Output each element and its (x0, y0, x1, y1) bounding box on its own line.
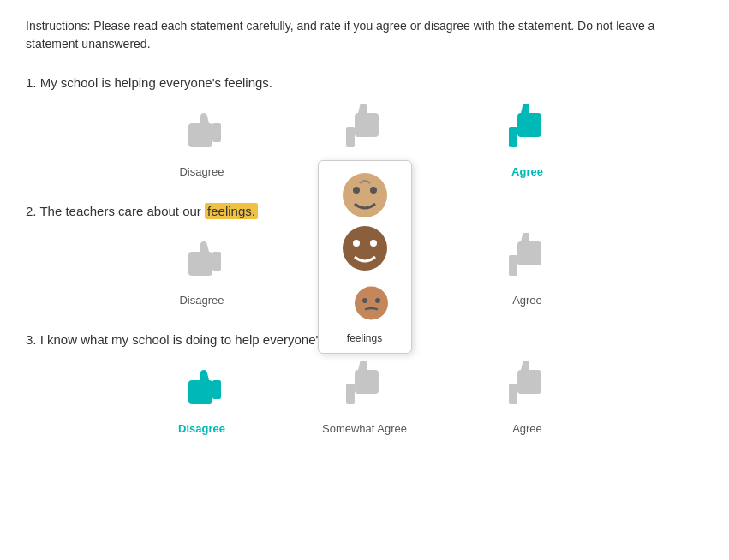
thumbs-up-outline-icon (339, 104, 391, 156)
q2-disagree-icon (172, 229, 232, 289)
svg-point-7 (343, 226, 387, 271)
feelings-tooltip: feelings (318, 160, 412, 354)
q2-somewhat-agree-option[interactable]: feelings Somewhat Agree (318, 229, 412, 307)
q1-disagree-option[interactable]: Disagree (155, 100, 249, 178)
svg-point-4 (343, 173, 387, 217)
q2-disagree-option[interactable]: Disagree (155, 229, 249, 307)
thumbs-down-teal-icon (176, 361, 228, 413)
question-3-options: Disagree Somewhat Agree Agree (26, 357, 703, 435)
svg-rect-2 (509, 127, 517, 147)
question-1-text: 1. My school is helping everyone's feeli… (26, 74, 703, 92)
svg-rect-17 (509, 384, 517, 404)
q2-agree-icon (498, 229, 558, 289)
instructions-text: Instructions: Please read each statement… (26, 17, 703, 53)
q3-agree-label: Agree (512, 422, 542, 435)
svg-rect-14 (509, 255, 517, 276)
q3-disagree-option[interactable]: Disagree (155, 357, 249, 435)
tooltip-faces (339, 170, 391, 329)
thumbs-up-gray2-icon (339, 361, 391, 413)
face-1-icon (339, 170, 391, 221)
svg-rect-3 (212, 252, 221, 271)
q1-agree-label: Agree (511, 165, 543, 178)
thumbs-down-gray-icon (176, 233, 228, 284)
svg-point-10 (355, 287, 388, 320)
svg-rect-16 (346, 384, 355, 404)
q3-disagree-label: Disagree (178, 422, 225, 435)
face-3-icon (352, 277, 391, 329)
svg-point-11 (362, 298, 367, 303)
q2-agree-label: Agree (512, 294, 542, 307)
q1-disagree-icon (172, 100, 232, 160)
q1-disagree-label: Disagree (179, 165, 224, 178)
question-2-options: Disagree (26, 229, 703, 307)
svg-point-8 (353, 240, 360, 247)
svg-rect-0 (212, 123, 221, 142)
tooltip-label-text: feelings (347, 332, 382, 344)
q3-agree-gray-icon (498, 357, 558, 417)
thumbs-up-gray3-icon (502, 361, 553, 413)
q1-agree-icon (498, 100, 558, 160)
q1-somewhat-agree-icon (335, 100, 395, 160)
highlighted-word: feelings. (205, 203, 258, 219)
q3-disagree-icon (172, 357, 232, 417)
svg-point-9 (370, 240, 377, 247)
thumbs-up-gray-icon (502, 233, 553, 284)
q2-disagree-label: Disagree (179, 294, 224, 307)
svg-rect-15 (212, 380, 221, 399)
thumbs-down-icon (176, 104, 228, 156)
q1-agree-option[interactable]: Agree (481, 100, 575, 178)
thumbs-up-filled-icon (502, 104, 553, 156)
q2-agree-option[interactable]: Agree (481, 229, 575, 307)
q3-somewhat-agree-label: Somewhat Agree (322, 422, 407, 435)
q3-agree-option[interactable]: Agree (481, 357, 575, 435)
face-2-icon (339, 223, 391, 274)
q3-somewhat-agree-option[interactable]: Somewhat Agree (318, 357, 412, 435)
svg-point-5 (353, 187, 360, 194)
question-2: 2. The teachers care about our feelings.… (26, 202, 703, 307)
q3-somewhat-agree-icon (335, 357, 395, 417)
svg-rect-1 (346, 127, 355, 147)
svg-point-6 (370, 187, 377, 194)
svg-point-12 (375, 298, 380, 303)
